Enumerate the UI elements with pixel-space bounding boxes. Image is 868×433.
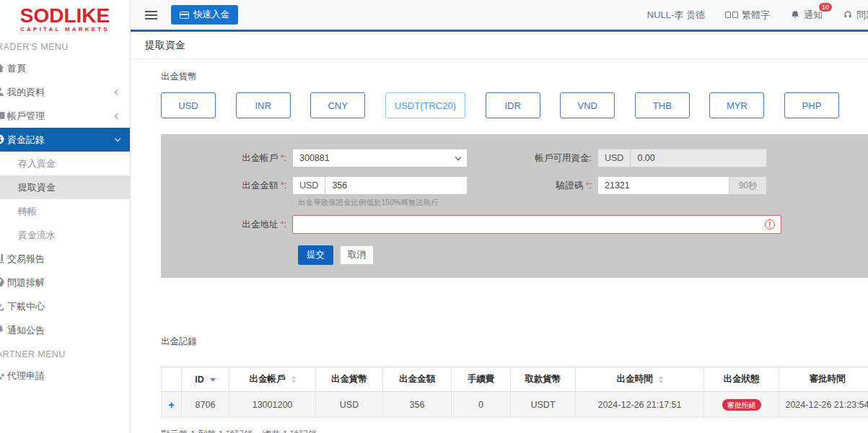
col-expand bbox=[162, 367, 182, 392]
sidebar-subitem-label: 轉帳 bbox=[18, 205, 37, 218]
withdraw-address-input[interactable]: ! bbox=[292, 215, 781, 234]
bell-icon bbox=[790, 10, 800, 20]
sidebar-item-funds-records[interactable]: 資金記錄 bbox=[0, 128, 130, 152]
col-time[interactable]: 出金時間 bbox=[576, 367, 704, 392]
sort-icon bbox=[291, 376, 296, 383]
col-approval-time: 審批時間 bbox=[779, 367, 868, 392]
table-row: + 8706 13001200 USD 356 0 USDT 2024-12-2… bbox=[162, 392, 868, 418]
col-payout-currency: 取款貨幣 bbox=[511, 367, 576, 392]
form-row-account: 出金帳戶 *: 300881 帳戶可用資金: USD 0.00 bbox=[161, 149, 868, 167]
currency-button-usd[interactable]: USD bbox=[161, 92, 216, 118]
notifications-menu[interactable]: 通知 10 bbox=[790, 9, 823, 22]
cell-time: 2024-12-26 21:17:51 bbox=[576, 392, 704, 418]
sidebar-subitem-funds-flow[interactable]: 資金流水 bbox=[0, 223, 130, 247]
expand-row-button[interactable]: + bbox=[168, 399, 174, 411]
notifications-badge: 10 bbox=[819, 3, 832, 12]
sidebar-subitem-withdraw[interactable]: 提取資金 bbox=[0, 175, 130, 199]
available-funds-currency: USD bbox=[598, 149, 631, 167]
withdraw-card: 提取資金 出金貨幣 USD INR CNY USDT(TRC20) IDR VN… bbox=[131, 30, 868, 433]
withdraw-account-select[interactable]: 300881 bbox=[292, 149, 468, 167]
support-menu[interactable]: 問題排解 bbox=[843, 9, 868, 22]
sidebar: SODLIKE CAPITAL MARKETS TRADER'S MENU 首頁… bbox=[0, 0, 131, 433]
sidebar-menu: TRADER'S MENU 首頁 我的資料 帳戶管理 資金記錄 存入資金 提取資… bbox=[0, 42, 130, 388]
sidebar-subitem-deposit[interactable]: 存入資金 bbox=[0, 152, 130, 175]
currency-button-row: USD INR CNY USDT(TRC20) IDR VND THB MYR … bbox=[161, 92, 839, 118]
agent-icon bbox=[0, 369, 5, 381]
sidebar-item-label: 首頁 bbox=[7, 62, 26, 75]
brand-tagline: CAPITAL MARKETS bbox=[0, 26, 130, 32]
form-buttons: 提交 取消 bbox=[298, 245, 868, 265]
cell-approval-time: 2024-12-26 21:23:54 bbox=[779, 392, 868, 418]
records-section-title: 出金記錄 bbox=[161, 336, 868, 348]
available-funds-label: 帳戶可用資金: bbox=[489, 152, 597, 165]
label-colon: : bbox=[284, 153, 286, 163]
language-switcher[interactable]: 繁體字 bbox=[725, 9, 770, 22]
sidebar-item-profile[interactable]: 我的資料 bbox=[0, 80, 130, 104]
cell-payout-currency: USDT bbox=[511, 392, 576, 418]
col-id-label: ID bbox=[195, 375, 204, 385]
captcha-label-text: 驗證碼 bbox=[556, 180, 584, 191]
user-menu[interactable]: NULL-李 贵德 bbox=[647, 9, 705, 22]
cell-status: 審批拒絕 bbox=[704, 392, 779, 418]
captcha-timer: 90秒 bbox=[729, 177, 766, 194]
sidebar-item-announcements[interactable]: 通知公告 bbox=[0, 318, 130, 342]
user-name: NULL-李 贵德 bbox=[647, 9, 705, 22]
col-id[interactable]: ID bbox=[182, 367, 229, 392]
label-colon: : bbox=[284, 180, 286, 191]
sidebar-item-troubleshoot[interactable]: 問題排解 bbox=[0, 271, 130, 294]
currency-button-inr[interactable]: INR bbox=[236, 92, 291, 118]
main-area: 快速入金 NULL-李 贵德 繁體字 通知 10 問題排解 提取資金 出金貨幣 bbox=[131, 0, 868, 433]
sidebar-subitem-transfer[interactable]: 轉帳 bbox=[0, 199, 130, 223]
sidebar-item-agent-apply[interactable]: 代理申請 bbox=[0, 364, 130, 388]
currency-button-cny[interactable]: CNY bbox=[310, 92, 365, 118]
currency-button-usdt-trc20[interactable]: USDT(TRC20) bbox=[385, 92, 465, 118]
currency-button-php[interactable]: PHP bbox=[784, 92, 839, 118]
cell-account: 13001200 bbox=[229, 392, 316, 418]
account-label: 出金帳戶 *: bbox=[161, 152, 292, 165]
sidebar-item-label: 代理申請 bbox=[7, 369, 45, 382]
bank-card-icon bbox=[180, 12, 189, 19]
form-row-amount: 出金金額 *: USD 356 驗證碼 *: 21321 90秒 bbox=[161, 176, 868, 195]
cell-expand: + bbox=[162, 392, 182, 418]
support-label: 問題排解 bbox=[856, 9, 868, 22]
user-icon bbox=[0, 86, 5, 97]
col-fee-label: 手續費 bbox=[468, 374, 495, 384]
col-amount: 出金金額 bbox=[383, 367, 452, 392]
sidebar-item-trade-report[interactable]: 交易報告 bbox=[0, 247, 130, 271]
sidebar-item-account-mgmt[interactable]: 帳戶管理 bbox=[0, 104, 130, 128]
hamburger-menu-icon[interactable] bbox=[145, 11, 157, 19]
cell-amount: 356 bbox=[383, 392, 452, 418]
currency-button-myr[interactable]: MYR bbox=[709, 92, 764, 118]
col-status: 出金狀態 bbox=[704, 367, 779, 392]
sidebar-item-label: 通知公告 bbox=[7, 324, 45, 337]
cancel-button[interactable]: 取消 bbox=[340, 245, 374, 265]
topbar-right: NULL-李 贵德 繁體字 通知 10 問題排解 bbox=[627, 9, 868, 22]
quick-deposit-button[interactable]: 快速入金 bbox=[171, 5, 238, 25]
col-amount-label: 出金金額 bbox=[399, 374, 435, 384]
captcha-label: 驗證碼 *: bbox=[489, 180, 597, 192]
currency-button-vnd[interactable]: VND bbox=[560, 92, 615, 118]
amount-label: 出金金額 *: bbox=[161, 180, 292, 192]
topbar: 快速入金 NULL-李 贵德 繁體字 通知 10 問題排解 bbox=[131, 0, 868, 30]
cell-id: 8706 bbox=[182, 392, 229, 418]
sidebar-item-download-center[interactable]: 下載中心 bbox=[0, 294, 130, 318]
submit-button[interactable]: 提交 bbox=[298, 245, 333, 265]
col-account-label: 出金帳戶 bbox=[250, 374, 286, 384]
sidebar-subitem-label: 資金流水 bbox=[18, 229, 56, 242]
amount-field[interactable]: USD 356 bbox=[292, 176, 468, 195]
page-title: 提取資金 bbox=[131, 32, 868, 59]
trader-menu-header: TRADER'S MENU bbox=[0, 42, 130, 52]
sidebar-item-home[interactable]: 首頁 bbox=[0, 56, 130, 80]
label-colon: : bbox=[284, 219, 286, 229]
chart-icon bbox=[0, 253, 5, 264]
label-colon: : bbox=[589, 180, 592, 191]
currency-button-thb[interactable]: THB bbox=[635, 92, 690, 118]
currency-button-idr[interactable]: IDR bbox=[486, 92, 540, 118]
captcha-field[interactable]: 21321 90秒 bbox=[597, 176, 767, 195]
col-status-label: 出金狀態 bbox=[724, 374, 760, 384]
col-account[interactable]: 出金帳戶 bbox=[229, 367, 316, 392]
id-card-icon bbox=[0, 110, 5, 121]
sidebar-item-label: 交易報告 bbox=[7, 253, 45, 266]
available-funds-value: 0.00 bbox=[631, 153, 661, 163]
sidebar-item-label: 問題排解 bbox=[7, 276, 45, 289]
